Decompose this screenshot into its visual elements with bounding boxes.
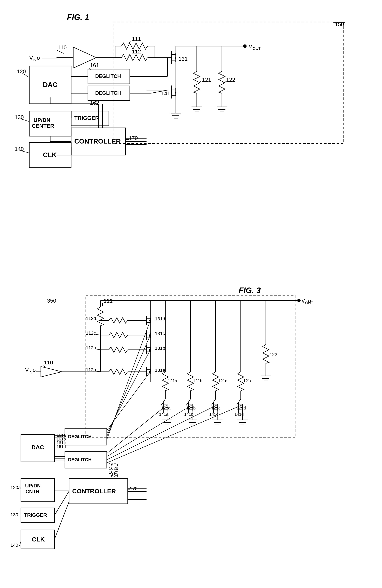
fig1-deglitch2-label: DEGLITCH	[95, 90, 121, 96]
fig3-amp	[41, 366, 62, 377]
fig3-r112a-zigzag	[109, 369, 128, 375]
fig1-container: FIG. 1 150 V IN o 110 111	[8, 8, 374, 277]
fig3-deglitch1-label: DEGLITCH	[68, 434, 92, 439]
fig3-vout-circle	[297, 299, 301, 302]
fig1-vout-sub: OUT	[253, 46, 261, 51]
fig3-label-112b: 112b	[86, 345, 96, 350]
fig3-vout-o: o	[308, 297, 311, 304]
fig1-label-131: 131	[179, 56, 188, 62]
fig1-label-161: 161	[90, 62, 99, 68]
fig3-label-130: 130	[10, 512, 18, 517]
fig3-dg1-to-gate-a	[107, 320, 150, 440]
fig3-label-131a: 131a	[155, 368, 165, 373]
fig3-title: FIG. 3	[239, 286, 261, 295]
fig3-deglitch2-label: DEGLITCH	[68, 457, 92, 462]
fig1-label-110: 110	[57, 44, 67, 50]
fig3-label-161d: 161d	[57, 444, 66, 449]
fig3-label-140: 140	[10, 543, 18, 548]
fig3-updn-label2: CNTR	[25, 489, 39, 494]
fig3-r112b-zigzag	[109, 347, 128, 353]
fig3-label-141b: 141b	[184, 412, 194, 417]
fig1-vout-circle	[243, 44, 247, 48]
fig1-r112-zigzag	[121, 55, 148, 61]
fig1-title: FIG. 1	[67, 13, 89, 21]
fig3-label-112a: 112a	[86, 367, 96, 372]
fig3-r121a-zigzag	[162, 372, 169, 391]
fig3-label-131c: 131c	[155, 331, 165, 336]
fig3-r112c-zigzag	[109, 332, 128, 338]
fig1-deglitch1-label: DEGLITCH	[95, 73, 121, 79]
fig1-label-112: 112	[132, 48, 141, 55]
fig3-label-112c: 112c	[86, 331, 96, 336]
fig3-label-141d: 141d	[234, 412, 244, 417]
fig1-vout-label: V	[249, 43, 252, 49]
fig3-label-131b: 131b	[155, 346, 165, 351]
fig1-label-122: 122	[226, 77, 235, 83]
fig1-dac-label: DAC	[43, 81, 57, 88]
fig3-vin-o: o	[33, 367, 36, 373]
fig3-label-162d: 162d	[109, 474, 118, 478]
fig3-r121d-zigzag	[238, 372, 244, 391]
fig1-r121-zigzag	[194, 71, 200, 93]
fig3-label-122: 122	[270, 352, 277, 357]
fig1-label-150: 150	[335, 21, 344, 27]
fig1-updn-label1: UP/DN	[34, 117, 50, 123]
fig3-svg: FIG. 3 350 V IN o 110 111	[8, 282, 373, 588]
fig3-clk-label: CLK	[32, 536, 45, 543]
fig3-r112d-zigzag	[109, 318, 128, 323]
fig1-110-line	[57, 50, 64, 53]
fig3-r121b-zigzag	[187, 372, 194, 391]
fig3-r121c-zigzag	[212, 372, 219, 391]
fig3-dac-label: DAC	[31, 444, 44, 451]
fig1-vin-o: o	[37, 55, 40, 61]
fig1-vin-sub: IN	[33, 58, 37, 62]
fig3-label-112d: 112d	[86, 316, 96, 321]
fig3-label-110: 110	[44, 359, 53, 366]
fig3-label-121c: 121c	[218, 378, 227, 383]
fig3-r122-zigzag	[263, 344, 269, 363]
fig3-vout-label: V	[301, 297, 305, 304]
fig1-clk-label: CLK	[43, 151, 57, 159]
fig3-label-121c-bot: 121c	[211, 406, 220, 410]
fig1-updn-label2: CENTER	[32, 123, 54, 129]
fig1-svg: FIG. 1 150 V IN o 110 111	[8, 8, 373, 277]
fig1-controller-label: CONTROLLER	[74, 137, 121, 145]
fig3-trigger-to-ctrl	[55, 491, 69, 515]
fig1-label-120: 120	[17, 68, 26, 75]
fig3-clk-to-ctrl	[55, 502, 69, 539]
fig3-dg2-to-mosfet-b	[107, 405, 192, 457]
fig3-label-131d: 131d	[155, 316, 165, 321]
fig1-label-121: 121	[202, 77, 211, 83]
fig3-label-121a-bot: 121a	[161, 406, 171, 410]
fig3-trigger-label: TRIGGER	[24, 512, 47, 518]
fig1-label-162: 162	[90, 100, 99, 106]
fig3-r111-zigzag	[97, 307, 104, 326]
fig3-label-121d: 121d	[243, 378, 253, 383]
fig3-label-121b: 121b	[193, 378, 202, 383]
fig3-label-141a: 141a	[159, 412, 169, 417]
fig3-updn-label1: UP/DN	[25, 483, 41, 488]
fig3-vin-sub: IN	[28, 370, 32, 374]
page: FIG. 1 150 V IN o 110 111	[0, 0, 382, 588]
fig3-label-121d-bot: 121d	[236, 406, 246, 410]
fig3-label-121b-bot: 121b	[186, 406, 196, 410]
fig1-trigger-label: TRIGGER	[74, 115, 99, 121]
fig3-label-121a: 121a	[168, 378, 177, 383]
fig1-label-111: 111	[132, 36, 141, 42]
fig3-container: FIG. 3 350 V IN o 110 111	[8, 282, 374, 588]
fig3-controller-label: CONTROLLER	[72, 488, 116, 495]
fig3-label-120a: 120a	[10, 485, 21, 490]
fig3-dg2-to-mosfet-a	[107, 405, 167, 453]
fig3-label-350: 350	[47, 297, 56, 304]
fig3-dg2-to-mosfet-d	[107, 405, 242, 463]
